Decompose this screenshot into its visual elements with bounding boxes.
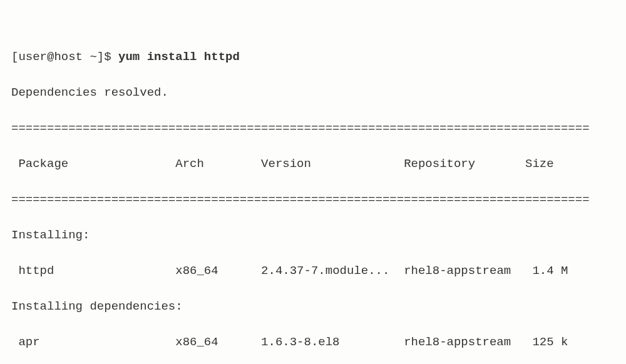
col-version: Version bbox=[261, 157, 311, 171]
deps-resolved-line: Dependencies resolved. bbox=[11, 84, 615, 102]
installing-label: Installing: bbox=[11, 226, 615, 245]
table-header: Package Arch Version Repository Size bbox=[11, 155, 615, 173]
pkg-repo: rhel8-appstream bbox=[404, 264, 511, 278]
col-package: Package bbox=[11, 157, 68, 171]
col-repository: Repository bbox=[404, 157, 475, 171]
command-text: yum install httpd bbox=[118, 50, 240, 64]
pkg-size: 125 k bbox=[532, 335, 568, 349]
pkg-arch: x86_64 bbox=[175, 335, 218, 349]
col-size: Size bbox=[525, 157, 554, 171]
pkg-version: 1.6.3-8.el8 bbox=[261, 335, 339, 349]
pkg-row-apr: apr x86_64 1.6.3-8.el8 rhel8-appstream 1… bbox=[11, 333, 615, 351]
divider-header: ========================================… bbox=[11, 191, 615, 209]
pkg-size: 1.4 M bbox=[532, 264, 568, 278]
prompt-line: [user@host ~]$ yum install httpd bbox=[11, 48, 615, 66]
pkg-arch: x86_64 bbox=[175, 264, 218, 278]
installing-deps-label: Installing dependencies: bbox=[11, 298, 615, 316]
pkg-version: 2.4.37-7.module... bbox=[261, 264, 389, 278]
pkg-repo: rhel8-appstream bbox=[404, 335, 511, 349]
pkg-name: httpd bbox=[11, 264, 54, 278]
divider-top: ========================================… bbox=[11, 119, 615, 138]
shell-prompt: [user@host ~]$ bbox=[11, 50, 118, 64]
col-arch: Arch bbox=[175, 157, 204, 171]
pkg-name: apr bbox=[11, 335, 40, 349]
pkg-row-httpd: httpd x86_64 2.4.37-7.module... rhel8-ap… bbox=[11, 262, 615, 280]
